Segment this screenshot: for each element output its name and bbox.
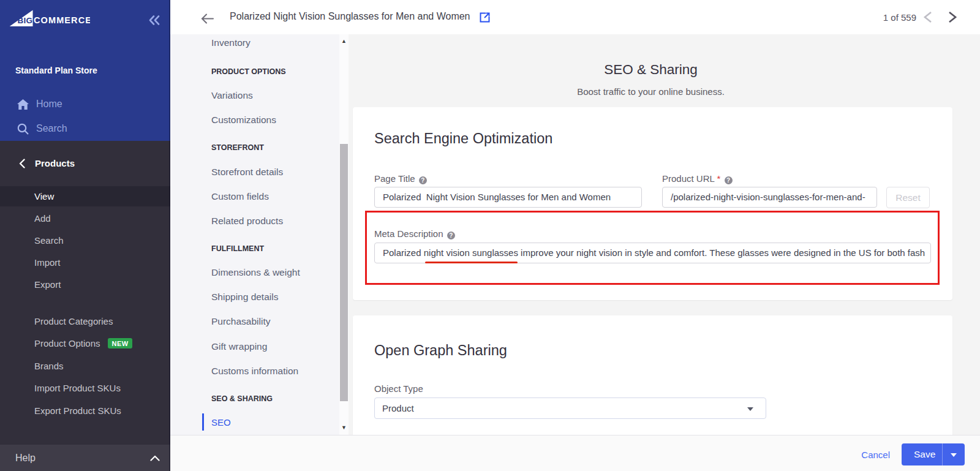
svg-text:BIG: BIG — [18, 16, 33, 25]
svg-text:COMMERCE: COMMERCE — [34, 15, 90, 25]
